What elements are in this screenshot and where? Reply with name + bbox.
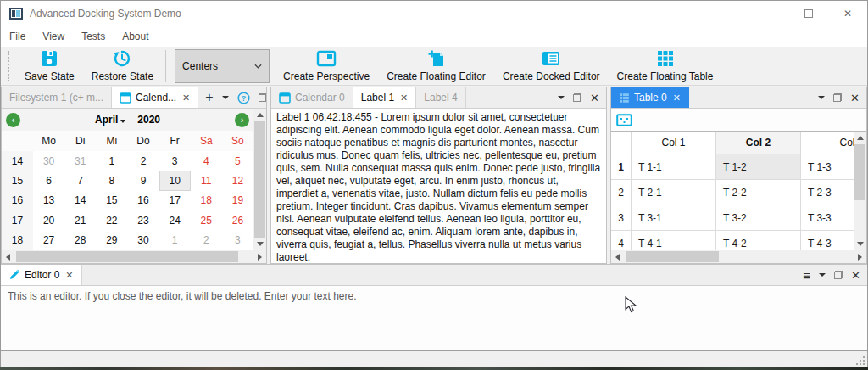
tab-menu-arrow[interactable] xyxy=(818,96,825,99)
table-cell[interactable]: T 4-2 xyxy=(716,231,801,250)
table-row-header[interactable]: 2 xyxy=(611,180,632,205)
table-cell[interactable]: T 4-1 xyxy=(632,231,716,250)
calendar-day[interactable]: 16 xyxy=(127,191,159,210)
tab-close-icon[interactable]: ✕ xyxy=(65,270,73,281)
tab-menu-arrow[interactable] xyxy=(558,96,565,99)
tab-calendar-0[interactable]: Calendar 0 xyxy=(271,87,353,108)
table-corner[interactable] xyxy=(611,132,632,154)
add-tab-button[interactable]: + xyxy=(205,91,213,104)
calendar-day[interactable]: 8 xyxy=(96,171,127,190)
scroll-down-icon[interactable] xyxy=(854,238,866,250)
tab-close-icon[interactable]: ✕ xyxy=(182,92,190,104)
calendar-day[interactable]: 14 xyxy=(64,191,96,210)
tab-label-4[interactable]: Label 4 xyxy=(416,87,465,108)
tab-table-0[interactable]: Table 0 ✕ xyxy=(611,87,689,108)
calendar-horizontal-scrollbar[interactable] xyxy=(2,250,266,263)
scrollbar-thumb[interactable] xyxy=(16,251,238,262)
month-selector[interactable]: April xyxy=(95,114,125,126)
calendar-day[interactable]: 1 xyxy=(159,231,191,250)
tab-calendar-1[interactable]: Calend... ✕ xyxy=(112,87,198,108)
table-horizontal-scrollbar[interactable] xyxy=(611,250,866,263)
perspective-combobox[interactable]: Centers xyxy=(175,49,270,83)
calendar-day[interactable]: 12 xyxy=(222,171,253,190)
menu-file[interactable]: File xyxy=(1,26,34,47)
table-row-header[interactable]: 3 xyxy=(611,205,632,231)
next-month-button[interactable]: › xyxy=(235,113,249,127)
menu-about[interactable]: About xyxy=(114,26,157,47)
calendar-day[interactable]: 26 xyxy=(222,210,253,230)
calendar-day[interactable]: 2 xyxy=(127,151,159,171)
table-cell[interactable]: T 2-2 xyxy=(716,180,801,205)
scroll-right-icon[interactable] xyxy=(854,250,866,263)
table-column-header[interactable]: Col 3 xyxy=(801,132,854,154)
table-cell[interactable]: T 1-2 xyxy=(716,154,801,180)
selection-icon[interactable] xyxy=(616,114,632,126)
create-perspective-button[interactable]: Create Perspective xyxy=(275,48,378,85)
calendar-day[interactable]: 30 xyxy=(33,151,64,171)
create-floating-table-button[interactable]: Create Floating Table xyxy=(609,48,722,85)
calendar-day[interactable]: 23 xyxy=(127,210,159,230)
scrollbar-thumb[interactable] xyxy=(854,144,865,200)
close-panel-icon[interactable]: ✕ xyxy=(851,270,860,281)
tab-menu-arrow[interactable] xyxy=(222,96,229,99)
calendar-day[interactable]: 27 xyxy=(33,231,64,250)
scroll-up-icon[interactable] xyxy=(854,132,866,144)
tab-close-icon[interactable]: ✕ xyxy=(400,92,408,104)
calendar-day[interactable]: 6 xyxy=(33,171,64,190)
calendar-day[interactable]: 13 xyxy=(33,191,64,210)
tab-close-icon[interactable]: ✕ xyxy=(673,92,681,104)
calendar-day[interactable]: 30 xyxy=(127,231,159,250)
calendar-day[interactable]: 18 xyxy=(191,191,222,210)
table-cell[interactable]: T 3-3 xyxy=(801,205,854,231)
calendar-day[interactable]: 20 xyxy=(33,210,64,230)
scroll-left-icon[interactable] xyxy=(611,250,624,263)
menu-tests[interactable]: Tests xyxy=(73,26,114,47)
scroll-left-icon[interactable] xyxy=(2,250,14,263)
menu-view[interactable]: View xyxy=(34,26,73,47)
calendar-day[interactable]: 3 xyxy=(222,231,253,250)
help-icon[interactable]: ? xyxy=(237,92,250,104)
resize-grip[interactable] xyxy=(854,355,865,366)
titlebar[interactable]: Advanced Docking System Demo ✕ xyxy=(1,1,867,26)
scroll-right-icon[interactable] xyxy=(253,250,266,263)
calendar-day[interactable]: 17 xyxy=(159,191,191,210)
close-panel-icon[interactable]: ✕ xyxy=(590,92,599,104)
table-cell[interactable]: T 4-3 xyxy=(801,231,854,250)
calendar-day[interactable]: 22 xyxy=(96,210,127,230)
calendar-day[interactable]: 21 xyxy=(64,210,96,230)
save-state-button[interactable]: Save State xyxy=(16,48,83,85)
table-vertical-scrollbar[interactable] xyxy=(854,132,866,250)
scroll-up-icon[interactable] xyxy=(253,109,266,121)
calendar-day[interactable]: 4 xyxy=(191,151,222,171)
table-cell[interactable]: T 1-3 xyxy=(801,154,854,180)
float-panel-icon[interactable] xyxy=(573,93,581,102)
maximize-button[interactable] xyxy=(789,1,828,26)
calendar-day[interactable]: 24 xyxy=(159,210,191,230)
toolbar-drag-handle[interactable] xyxy=(8,51,13,81)
editor-menu-icon[interactable]: ≡ xyxy=(803,269,810,282)
scroll-down-icon[interactable] xyxy=(253,238,266,250)
close-button[interactable]: ✕ xyxy=(828,1,867,26)
tab-label-1[interactable]: Label 1 ✕ xyxy=(353,87,417,108)
calendar-day[interactable]: 29 xyxy=(96,231,127,250)
calendar-day[interactable]: 2 xyxy=(191,231,222,250)
calendar-day[interactable]: 5 xyxy=(222,151,253,171)
table-row-header[interactable]: 4 xyxy=(611,231,632,250)
calendar-day[interactable]: 31 xyxy=(64,151,96,171)
calendar-day[interactable]: 1 xyxy=(96,151,127,171)
prev-month-button[interactable]: ‹ xyxy=(6,113,20,127)
tab-menu-arrow[interactable] xyxy=(819,273,826,277)
calendar-day[interactable]: 19 xyxy=(222,191,253,210)
scrollbar-thumb[interactable] xyxy=(254,121,265,238)
calendar-vertical-scrollbar[interactable] xyxy=(253,109,266,250)
create-floating-editor-button[interactable]: Create Floating Editor xyxy=(378,48,494,85)
tab-editor-0[interactable]: Editor 0 ✕ xyxy=(1,265,82,285)
close-panel-icon[interactable]: ✕ xyxy=(850,92,860,104)
float-panel-icon[interactable] xyxy=(834,271,843,279)
float-panel-icon[interactable] xyxy=(259,93,267,102)
table-cell[interactable]: T 3-2 xyxy=(716,205,801,231)
table-cell[interactable]: T 3-1 xyxy=(632,205,716,231)
float-panel-icon[interactable] xyxy=(833,93,842,102)
table-cell[interactable]: T 1-1 xyxy=(632,154,716,180)
table-row-header[interactable]: 1 xyxy=(611,154,632,180)
